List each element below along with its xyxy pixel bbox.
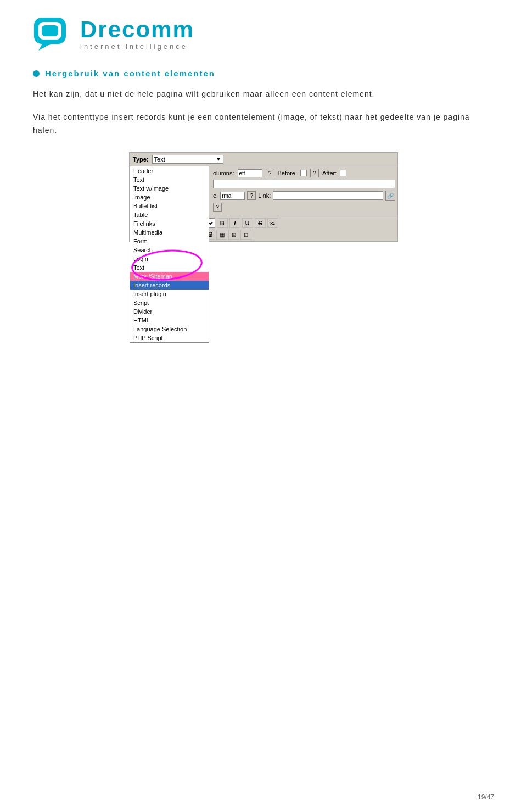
brand-tagline: internet intelligence — [80, 42, 194, 51]
page-number: 19/47 — [478, 793, 494, 801]
subscript-btn[interactable]: x₂ — [267, 218, 278, 228]
menu-item-login[interactable]: Login — [130, 254, 209, 263]
menu-item-langselection[interactable]: Language Selection — [130, 325, 209, 333]
menu-item-bulletlist[interactable]: Bullet list — [130, 202, 209, 210]
cms-ui: Type: Text ▼ Header Text Text w/image Im… — [129, 152, 398, 242]
main-area: Header Text Text w/image Image Bullet li… — [130, 166, 397, 216]
before-label: Before: — [278, 170, 297, 176]
body-text-2: Via het contenttype insert records kunt … — [33, 111, 494, 137]
svg-marker-1 — [38, 43, 51, 51]
style-label: e: — [213, 192, 218, 199]
screenshot-area: Type: Text ▼ Header Text Text w/image Im… — [33, 152, 494, 242]
before-checkbox[interactable] — [300, 170, 307, 176]
dropdown-menu: Header Text Text w/image Image Bullet li… — [130, 166, 209, 343]
menu-item-textwimage[interactable]: Text w/image — [130, 184, 209, 193]
strikethrough-btn[interactable]: S — [255, 218, 266, 228]
style-link-row: e: rmal ? Link: 🔗 — [213, 191, 395, 201]
svg-rect-3 — [42, 25, 58, 36]
menu-item-insertrecords[interactable]: Insert records — [130, 281, 209, 290]
menu-item-menusitemap[interactable]: Menu/Sitemap — [130, 272, 209, 281]
section-title: Hergebruik van content elementen — [45, 69, 215, 78]
page-container: Drecomm internet intelligence Hergebruik… — [0, 0, 527, 812]
menu-item-header[interactable]: Header — [130, 166, 209, 175]
type-arrow-icon: ▼ — [216, 157, 221, 162]
type-dropdown[interactable]: Text ▼ — [152, 155, 223, 164]
type-row: Type: Text ▼ — [130, 153, 397, 166]
bold-btn[interactable]: B — [217, 218, 228, 228]
menu-item-form[interactable]: Form — [130, 237, 209, 246]
brand-name: Drecomm — [80, 18, 194, 41]
icon-extra-btn[interactable]: ⊡ — [240, 230, 251, 240]
menu-item-image[interactable]: Image — [130, 193, 209, 202]
drecomm-logo-icon — [33, 16, 72, 52]
right-panel: olumns: eft ? Before: ? After: — [211, 166, 397, 216]
italic-btn[interactable]: I — [229, 218, 240, 228]
text-input-row — [213, 180, 395, 188]
cms-wrapper: Type: Text ▼ Header Text Text w/image Im… — [129, 152, 398, 242]
section-heading: Hergebruik van content elementen — [33, 69, 494, 78]
menu-item-search[interactable]: Search — [130, 246, 209, 254]
menu-item-script[interactable]: Script — [130, 298, 209, 307]
qmark-row: ? — [213, 203, 395, 212]
style-select[interactable]: rmal — [220, 192, 245, 200]
align-select[interactable]: eft — [238, 169, 262, 177]
help-btn-2[interactable]: ? — [310, 169, 319, 177]
after-checkbox[interactable] — [340, 170, 346, 176]
menu-item-phpscript[interactable]: PHP Script — [130, 333, 209, 342]
underline-btn[interactable]: U — [242, 218, 253, 228]
text-input-wide[interactable] — [213, 180, 395, 188]
after-label: After: — [322, 170, 337, 176]
cols-row: olumns: eft ? Before: ? After: — [213, 169, 395, 177]
menu-item-table[interactable]: Table — [130, 210, 209, 219]
logo-text-container: Drecomm internet intelligence — [80, 18, 194, 51]
menu-item-filelinks[interactable]: Filelinks — [130, 219, 209, 228]
icon-table-btn[interactable]: ▦ — [216, 230, 227, 240]
header: Drecomm internet intelligence — [33, 16, 494, 52]
help-btn-1[interactable]: ? — [266, 169, 274, 177]
help-btn-4[interactable]: ? — [213, 203, 222, 212]
columns-label: olumns: — [213, 170, 234, 176]
type-value: Text — [154, 156, 165, 163]
menu-item-insertplugin[interactable]: Insert plugin — [130, 290, 209, 298]
menu-item-html[interactable]: HTML — [130, 316, 209, 325]
link-input[interactable] — [273, 191, 383, 200]
icon-table2-btn[interactable]: ⊞ — [228, 230, 239, 240]
menu-item-text2[interactable]: Text — [130, 263, 209, 272]
link-label: Link: — [258, 192, 271, 199]
bullet-dot — [33, 70, 40, 77]
link-browse-btn[interactable]: 🔗 — [385, 191, 395, 201]
menu-item-divider[interactable]: Divider — [130, 307, 209, 316]
help-btn-3[interactable]: ? — [247, 191, 256, 200]
menu-item-text[interactable]: Text — [130, 175, 209, 184]
logo-container: Drecomm internet intelligence — [33, 16, 194, 52]
type-label: Type: — [133, 156, 149, 163]
body-text-1: Het kan zijn, dat u niet de hele pagina … — [33, 88, 494, 101]
menu-item-multimedia[interactable]: Multimedia — [130, 228, 209, 237]
